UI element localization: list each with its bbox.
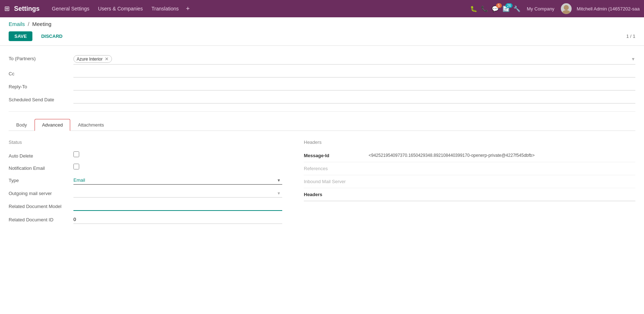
headers-bold-row: Headers (304, 188, 635, 201)
auto-delete-value[interactable] (73, 151, 282, 158)
server-select-wrapper[interactable]: ▼ (73, 189, 282, 198)
to-field-row: To (Partners) Azure Interior ✕ ▼ (9, 52, 635, 67)
tabs-list: Body Advanced Attachments (9, 119, 635, 131)
reply-to-input[interactable] (73, 82, 635, 90)
wrench-icon[interactable]: 🔧 (513, 5, 521, 12)
company-name: My Company (527, 6, 555, 12)
partner-tag[interactable]: Azure Interior ✕ (73, 55, 112, 63)
to-value: Azure Interior ✕ ▼ (73, 54, 635, 65)
outgoing-server-row: Outgoing mail server ▼ (9, 187, 282, 200)
phone-icon[interactable]: 📞 (481, 5, 488, 12)
scheduled-date-input[interactable] (73, 95, 635, 103)
type-value[interactable]: Email Comment Notification ▼ (73, 176, 282, 185)
remove-partner-icon[interactable]: ✕ (105, 56, 109, 62)
breadcrumb-separator: / (28, 21, 29, 27)
to-partner-field[interactable]: Azure Interior ✕ ▼ (73, 54, 635, 65)
type-select-wrapper[interactable]: Email Comment Notification ▼ (73, 176, 282, 185)
message-id-value: <942521954097370.1650429348.892108440399… (369, 152, 635, 159)
header-icons: 🐛 📞 💬 5 🔄 26 🔧 My Company Mitchell Admin… (470, 3, 640, 14)
notification-email-checkbox[interactable] (73, 164, 79, 169)
nav-general-settings[interactable]: General Settings (48, 4, 93, 13)
headers-bold-label: Headers (304, 191, 369, 197)
notification-email-row: Notification Email (9, 162, 282, 174)
message-id-label: Message-Id (304, 152, 369, 158)
related-doc-id-input[interactable]: 0 (73, 215, 282, 224)
auto-delete-row: Auto Delete (9, 149, 282, 162)
pager: 1 / 1 (626, 34, 635, 39)
type-row: Type Email Comment Notification ▼ (9, 174, 282, 187)
to-field-arrow: ▼ (631, 57, 635, 62)
svg-point-0 (564, 5, 569, 10)
tab-advanced[interactable]: Advanced (35, 119, 71, 131)
related-doc-model-row: Related Document Model (9, 200, 282, 213)
scheduled-date-field-row: Scheduled Send Date (9, 93, 635, 106)
discard-button[interactable]: DISCARD (37, 31, 67, 41)
record-toolbar: SAVE DISCARD 1 / 1 (0, 28, 644, 46)
advanced-columns: Status Auto Delete Notification Email (9, 140, 635, 226)
outgoing-server-select[interactable] (73, 189, 282, 198)
related-doc-id-value[interactable]: 0 (73, 215, 282, 224)
breadcrumb: Emails / Meeting (0, 17, 644, 28)
related-doc-id-row: Related Document ID 0 (9, 213, 282, 226)
reply-to-field-row: Reply-To (9, 80, 635, 93)
username: Mitchell Admin (14657202-saa (577, 6, 640, 12)
auto-delete-label: Auto Delete (9, 151, 73, 159)
clock-icon[interactable]: 🔄 26 (503, 5, 510, 12)
outgoing-server-value[interactable]: ▼ (73, 189, 282, 198)
reply-to-value[interactable] (73, 82, 635, 90)
related-doc-model-label: Related Document Model (9, 202, 73, 209)
cc-input[interactable] (73, 69, 635, 78)
references-label: References (304, 165, 369, 171)
tab-body[interactable]: Body (9, 119, 35, 131)
nav-translations[interactable]: Translations (148, 4, 183, 13)
nav-users-companies[interactable]: Users & Companies (94, 4, 147, 13)
breadcrumb-current: Meeting (32, 21, 51, 27)
bug-icon[interactable]: 🐛 (470, 5, 477, 12)
apps-icon[interactable]: ⊞ (4, 5, 10, 13)
status-column: Status Auto Delete Notification Email (9, 140, 282, 226)
references-row: References (304, 162, 635, 175)
content-tabs: Body Advanced Attachments Status Auto De… (9, 119, 635, 235)
chat-icon[interactable]: 💬 5 (492, 5, 499, 12)
scheduled-date-label: Scheduled Send Date (9, 95, 73, 102)
breadcrumb-parent[interactable]: Emails (9, 21, 25, 27)
inbound-mail-row: Inbound Mail Server (304, 175, 635, 188)
type-label: Type (9, 176, 73, 183)
message-id-row: Message-Id <942521954097370.1650429348.8… (304, 149, 635, 162)
reply-to-label: Reply-To (9, 82, 73, 89)
related-doc-model-input[interactable] (73, 202, 282, 211)
headers-column: Headers Message-Id <942521954097370.1650… (304, 140, 635, 226)
email-header-fields: To (Partners) Azure Interior ✕ ▼ Cc Repl… (9, 46, 635, 112)
auto-delete-checkbox[interactable] (73, 151, 79, 157)
brand-title: Settings (14, 5, 40, 13)
advanced-tab-content: Status Auto Delete Notification Email (9, 131, 635, 235)
scheduled-date-value[interactable] (73, 95, 635, 103)
status-heading: Status (9, 140, 282, 145)
outgoing-server-label: Outgoing mail server (9, 189, 73, 196)
cc-field-row: Cc (9, 67, 635, 80)
notification-email-label: Notification Email (9, 164, 73, 171)
add-menu-icon[interactable]: + (184, 5, 192, 13)
to-label: To (Partners) (9, 54, 73, 61)
avatar[interactable] (561, 3, 572, 14)
cc-value[interactable] (73, 69, 635, 78)
cc-label: Cc (9, 69, 73, 76)
headers-heading: Headers (304, 140, 635, 145)
tab-attachments[interactable]: Attachments (70, 119, 111, 131)
top-navigation: ⊞ Settings General Settings Users & Comp… (0, 0, 644, 17)
inbound-mail-label: Inbound Mail Server (304, 178, 369, 184)
partner-name: Azure Interior (77, 57, 103, 62)
chat-badge: 5 (496, 3, 502, 8)
main-content: To (Partners) Azure Interior ✕ ▼ Cc Repl… (0, 46, 644, 243)
related-doc-model-value[interactable] (73, 202, 282, 211)
notification-email-value[interactable] (73, 164, 282, 171)
type-select[interactable]: Email Comment Notification (73, 176, 282, 185)
svg-point-1 (562, 10, 571, 14)
save-button[interactable]: SAVE (9, 31, 32, 41)
related-doc-id-label: Related Document ID (9, 215, 73, 222)
clock-badge: 26 (505, 3, 512, 8)
